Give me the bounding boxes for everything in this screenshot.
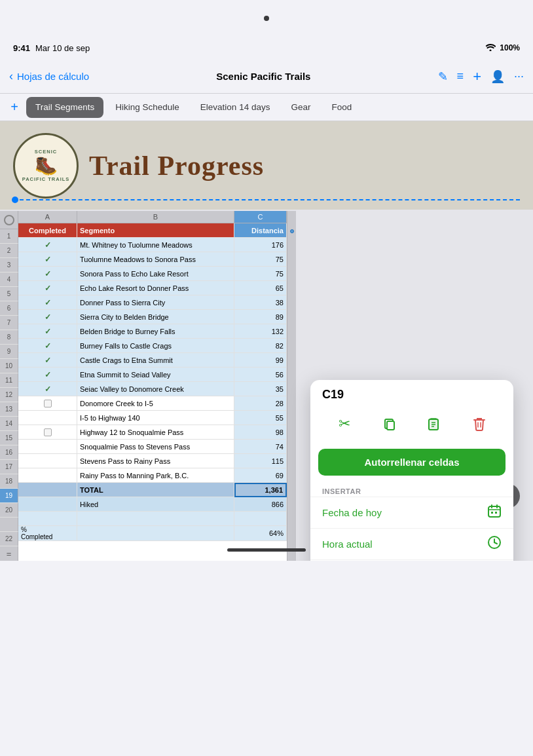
person-icon[interactable]: 👤 xyxy=(490,69,505,84)
pin-icon[interactable]: ✎ xyxy=(438,69,448,84)
cell-b14[interactable]: I-5 to Highway 140 xyxy=(77,411,234,425)
cell-a22[interactable]: %Completed xyxy=(18,526,77,541)
header-dashed-line xyxy=(13,199,520,200)
hora-actual-item[interactable]: Hora actual xyxy=(310,528,513,559)
cell-b8[interactable]: Belden Bridge to Burney Falls xyxy=(77,324,234,339)
cell-a5[interactable]: ✓ xyxy=(18,281,77,295)
home-indicator[interactable] xyxy=(227,548,306,552)
cell-b7[interactable]: Sierra City to Belden Bridge xyxy=(77,310,234,324)
cell-a4[interactable]: ✓ xyxy=(18,267,77,281)
cell-c1[interactable]: Distancia xyxy=(234,223,287,238)
cell-b16[interactable]: Snoqualmie Pass to Stevens Pass xyxy=(77,440,234,454)
cell-b22[interactable] xyxy=(77,526,234,541)
cell-a17[interactable] xyxy=(18,454,77,468)
col-header-a[interactable]: A xyxy=(18,211,77,223)
cell-c10[interactable]: 99 xyxy=(234,353,287,368)
cell-a14[interactable] xyxy=(18,411,77,425)
cell-b17[interactable]: Stevens Pass to Rainy Pass xyxy=(77,454,234,468)
select-all-corner[interactable] xyxy=(0,211,18,229)
cell-b2[interactable]: Mt. Whitney to Tuolumne Meadows xyxy=(77,238,234,252)
more-icon[interactable]: ··· xyxy=(514,69,524,83)
row-eq-button[interactable]: = xyxy=(0,546,18,561)
cell-c8[interactable]: 132 xyxy=(234,324,287,339)
cell-b1[interactable]: Segmento xyxy=(77,223,234,238)
col-header-c[interactable]: C xyxy=(234,211,287,223)
cell-b13[interactable]: Donomore Creek to I-5 xyxy=(77,396,234,411)
tab-hiking-schedule[interactable]: Hiking Schedule xyxy=(106,97,189,118)
cell-a1[interactable]: Completed xyxy=(18,223,77,238)
cell-a16[interactable] xyxy=(18,440,77,454)
cell-a2[interactable]: ✓ xyxy=(18,238,77,252)
cell-a7[interactable]: ✓ xyxy=(18,310,77,324)
row-num-8: 8 xyxy=(0,330,18,345)
cell-c21[interactable] xyxy=(234,512,287,526)
cell-c4[interactable]: 75 xyxy=(234,267,287,281)
cell-c3[interactable]: 75 xyxy=(234,252,287,267)
cell-a9[interactable]: ✓ xyxy=(18,339,77,353)
tab-food[interactable]: Food xyxy=(322,97,361,118)
tab-elevation[interactable]: Elevation 14 days xyxy=(191,97,280,118)
cell-b10[interactable]: Castle Crags to Etna Summit xyxy=(77,353,234,368)
autofill-button[interactable]: Autorrellenar celdas xyxy=(318,449,505,476)
cell-c2[interactable]: 176 xyxy=(234,238,287,252)
cell-c5[interactable]: 65 xyxy=(234,281,287,295)
cell-c16[interactable]: 74 xyxy=(234,440,287,454)
cell-c11[interactable]: 56 xyxy=(234,368,287,382)
cell-a8[interactable]: ✓ xyxy=(18,324,77,339)
nav-title: Scenic Pacific Trails xyxy=(216,71,310,82)
fecha-de-hoy-item[interactable]: Fecha de hoy xyxy=(310,497,513,528)
cell-c15[interactable]: 98 xyxy=(234,425,287,440)
cell-a10[interactable]: ✓ xyxy=(18,353,77,368)
cell-b3[interactable]: Tuolumne Meadows to Sonora Pass xyxy=(77,252,234,267)
cell-a15[interactable] xyxy=(18,425,77,440)
cut-button[interactable]: ✂ xyxy=(330,409,359,438)
tab-trail-segments[interactable]: Trail Segments xyxy=(26,97,103,118)
row-num-5: 5 xyxy=(0,287,18,301)
cell-b4[interactable]: Sonora Pass to Echo Lake Resort xyxy=(77,267,234,281)
cell-c20[interactable]: 866 xyxy=(234,497,287,512)
cell-a20[interactable] xyxy=(18,497,77,512)
table-row: ✓ Sonora Pass to Echo Lake Resort 75 xyxy=(18,267,287,281)
cell-b6[interactable]: Donner Pass to Sierra City xyxy=(77,295,234,310)
cell-b21[interactable] xyxy=(77,512,234,526)
cell-a21[interactable] xyxy=(18,512,77,526)
list-icon[interactable]: ≡ xyxy=(457,69,464,83)
cell-c14[interactable]: 55 xyxy=(234,411,287,425)
editar-formula-item[interactable]: Editar fórmula ƒ xyxy=(310,559,513,561)
cell-a19[interactable] xyxy=(18,483,77,497)
add-tab-button[interactable]: + xyxy=(5,98,24,117)
row-num-20: 20 xyxy=(0,503,18,518)
paste-button[interactable] xyxy=(420,409,449,438)
col-header-b[interactable]: B xyxy=(77,211,234,223)
cell-a11[interactable]: ✓ xyxy=(18,368,77,382)
cell-c19[interactable]: 1,361 xyxy=(234,483,287,497)
cell-b5[interactable]: Echo Lake Resort to Donner Pass xyxy=(77,281,234,295)
cell-b11[interactable]: Etna Summit to Seiad Valley xyxy=(77,368,234,382)
cell-c22[interactable]: 64% xyxy=(234,526,287,541)
cell-c17[interactable]: 115 xyxy=(234,454,287,468)
cell-c18[interactable]: 69 xyxy=(234,468,287,483)
cell-a13[interactable] xyxy=(18,396,77,411)
add-icon[interactable]: + xyxy=(473,68,481,85)
cell-b18[interactable]: Rainy Pass to Manning Park, B.C. xyxy=(77,468,234,483)
cell-a3[interactable]: ✓ xyxy=(18,252,77,267)
cell-c13[interactable]: 28 xyxy=(234,396,287,411)
cell-a12[interactable]: ✓ xyxy=(18,382,77,396)
nav-back[interactable]: ‹ Hojas de cálculo xyxy=(9,69,89,83)
copy-button[interactable] xyxy=(375,409,404,438)
tab-gear[interactable]: Gear xyxy=(282,97,320,118)
cell-a6[interactable]: ✓ xyxy=(18,295,77,310)
cell-a18[interactable] xyxy=(18,468,77,483)
cell-c6[interactable]: 38 xyxy=(234,295,287,310)
cell-b12[interactable]: Seiac Valley to Donomore Creek xyxy=(77,382,234,396)
cell-c7[interactable]: 89 xyxy=(234,310,287,324)
cell-b20[interactable]: Hiked xyxy=(77,497,234,512)
cell-c12[interactable]: 35 xyxy=(234,382,287,396)
table-row: Completed Segmento Distancia xyxy=(18,223,287,238)
delete-button[interactable] xyxy=(465,409,494,438)
cell-b19[interactable]: TOTAL xyxy=(77,483,234,497)
cell-b15[interactable]: Highway 12 to Snoqualmie Pass xyxy=(77,425,234,440)
cell-b9[interactable]: Burney Falls to Castle Crags xyxy=(77,339,234,353)
cell-c9[interactable]: 82 xyxy=(234,339,287,353)
back-label[interactable]: Hojas de cálculo xyxy=(17,71,89,82)
